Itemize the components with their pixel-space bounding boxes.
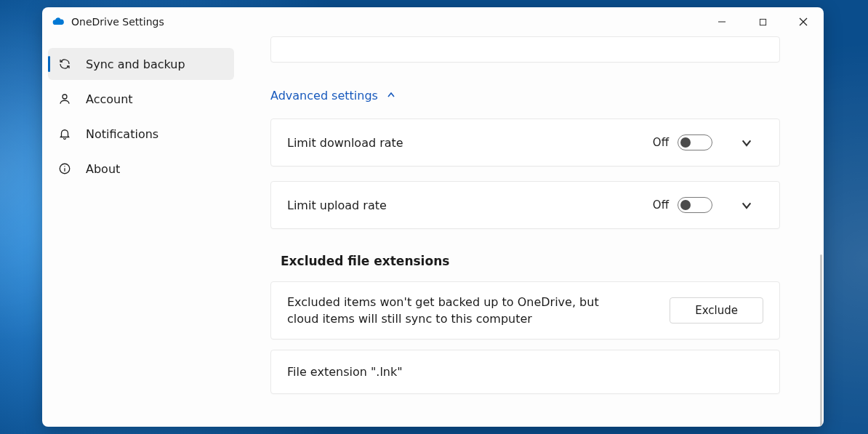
close-button[interactable] — [783, 7, 824, 36]
person-icon — [58, 92, 71, 105]
limit-download-state: Off — [653, 136, 669, 149]
minimize-button[interactable] — [702, 7, 742, 36]
sidebar-item-label: About — [86, 162, 120, 176]
settings-window: OneDrive Settings Sync and backup — [42, 7, 824, 427]
settings-card-above — [270, 36, 780, 63]
limit-upload-expand[interactable] — [730, 192, 763, 218]
limit-upload-row: Limit upload rate Off — [270, 181, 780, 229]
excluded-extensions-heading: Excluded file extensions — [281, 254, 780, 268]
limit-download-toggle[interactable] — [678, 134, 712, 150]
sidebar-item-label: Account — [86, 92, 133, 106]
info-icon — [58, 162, 71, 175]
limit-download-expand[interactable] — [730, 129, 763, 156]
sidebar-item-about[interactable]: About — [48, 153, 234, 185]
limit-download-label: Limit download rate — [287, 136, 403, 150]
svg-point-4 — [63, 95, 67, 99]
exclude-button[interactable]: Exclude — [670, 297, 763, 324]
svg-point-7 — [64, 166, 65, 166]
bell-icon — [58, 127, 71, 140]
content-area: Advanced settings Limit download rate Of… — [240, 36, 824, 427]
chevron-up-icon — [387, 89, 395, 103]
limit-download-row: Limit download rate Off — [270, 118, 780, 166]
sidebar-item-account[interactable]: Account — [48, 83, 234, 115]
limit-upload-state: Off — [653, 198, 669, 212]
window-title: OneDrive Settings — [71, 16, 164, 28]
file-extension-label: File extension ".lnk" — [287, 365, 403, 379]
sidebar-item-label: Notifications — [86, 127, 158, 141]
sidebar-item-notifications[interactable]: Notifications — [48, 118, 234, 150]
sidebar-item-sync-backup[interactable]: Sync and backup — [48, 48, 234, 80]
onedrive-icon — [52, 16, 64, 28]
chevron-down-icon — [741, 137, 752, 148]
sync-icon — [58, 57, 71, 71]
scrollbar[interactable] — [820, 254, 822, 427]
excluded-description-card: Excluded items won't get backed up to On… — [270, 281, 780, 339]
advanced-settings-toggle[interactable]: Advanced settings — [270, 89, 780, 103]
limit-upload-toggle[interactable] — [678, 197, 712, 213]
window-controls — [702, 7, 824, 36]
maximize-button[interactable] — [742, 7, 783, 36]
svg-rect-1 — [760, 19, 765, 25]
sidebar: Sync and backup Account Notifications Ab… — [42, 36, 240, 427]
advanced-settings-label: Advanced settings — [270, 89, 378, 103]
file-extension-row: File extension ".lnk" — [270, 350, 780, 394]
chevron-down-icon — [741, 199, 752, 211]
titlebar[interactable]: OneDrive Settings — [42, 7, 824, 36]
sidebar-item-label: Sync and backup — [86, 57, 185, 71]
excluded-description: Excluded items won't get backed up to On… — [287, 294, 622, 327]
limit-upload-label: Limit upload rate — [287, 198, 387, 212]
